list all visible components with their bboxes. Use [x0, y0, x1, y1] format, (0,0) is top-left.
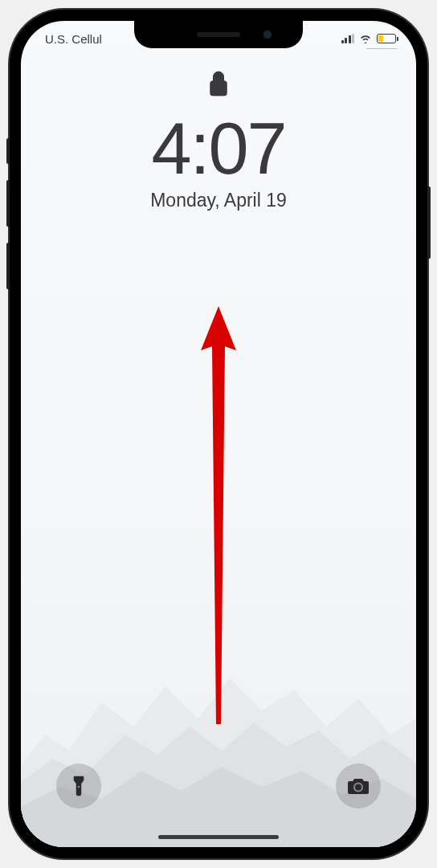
- front-camera: [263, 30, 272, 39]
- lock-screen-content: 4:07 Monday, April 19: [21, 69, 416, 211]
- date-display: Monday, April 19: [150, 190, 287, 211]
- lock-screen[interactable]: U.S. Cellul 4:07: [21, 21, 416, 847]
- svg-rect-0: [210, 81, 227, 96]
- quick-actions: [21, 764, 416, 809]
- volume-down-button: [6, 243, 10, 289]
- speaker-grill: [197, 32, 240, 37]
- power-button: [427, 186, 431, 259]
- camera-icon: [347, 777, 370, 795]
- mute-switch: [6, 138, 10, 164]
- carrier-label: U.S. Cellul: [39, 32, 103, 46]
- left-side-buttons: [6, 138, 10, 305]
- svg-point-1: [78, 786, 80, 788]
- swipe-up-arrow-annotation: [194, 306, 243, 732]
- flashlight-icon: [71, 775, 86, 797]
- battery-icon: [377, 34, 398, 43]
- wifi-icon: [359, 34, 372, 43]
- camera-button[interactable]: [336, 764, 381, 809]
- time-display: 4:07: [151, 113, 285, 185]
- status-icons: [341, 34, 399, 43]
- phone-frame: U.S. Cellul 4:07: [10, 10, 427, 858]
- volume-up-button: [6, 180, 10, 227]
- lock-icon: [207, 69, 230, 98]
- home-indicator[interactable]: [158, 835, 279, 839]
- cellular-signal-icon: [341, 34, 355, 43]
- flashlight-button[interactable]: [56, 764, 101, 809]
- notch: [134, 21, 303, 48]
